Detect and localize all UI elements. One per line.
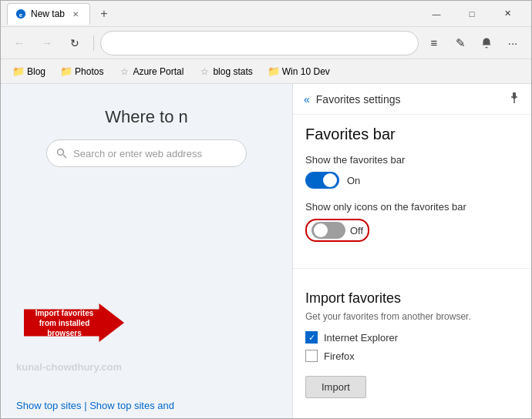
pin-icon bbox=[508, 92, 520, 104]
fav-label-blog: Blog bbox=[27, 66, 45, 77]
ie-label: Internet Explorer bbox=[324, 332, 398, 344]
firefox-label: Firefox bbox=[324, 350, 355, 362]
show-bar-toggle-row: On bbox=[305, 172, 519, 189]
show-top-sites-and-link[interactable]: Show top sites and bbox=[89, 400, 174, 411]
import-section: Import favorites Get your favorites from… bbox=[293, 280, 531, 409]
watermark: kunal-chowdhury.com bbox=[16, 361, 122, 373]
import-title: Import favorites bbox=[305, 290, 519, 307]
fav-label-blogstats: blog stats bbox=[213, 66, 252, 77]
fav-item-blog[interactable]: 📁 Blog bbox=[7, 64, 52, 79]
fav-item-azure[interactable]: ☆ Azure Portal bbox=[113, 64, 190, 79]
svg-line-3 bbox=[63, 155, 66, 158]
section-title: Favorites bar bbox=[305, 126, 519, 143]
window-controls: — □ ✕ bbox=[419, 1, 525, 27]
tab-area: e New tab ✕ + bbox=[7, 3, 419, 25]
minimize-button[interactable]: — bbox=[419, 1, 454, 27]
svg-point-2 bbox=[58, 149, 64, 156]
bell-icon[interactable] bbox=[474, 31, 499, 55]
firefox-checkbox-row: Firefox bbox=[305, 350, 519, 362]
folder-icon: 📁 bbox=[13, 66, 24, 77]
show-icons-state: Off bbox=[350, 225, 363, 236]
fav-label-photos: Photos bbox=[75, 66, 103, 77]
show-favorites-bar-setting: Show the favorites bar On bbox=[305, 154, 519, 189]
fav-label-win10: Win 10 Dev bbox=[282, 66, 330, 77]
show-icons-toggle[interactable] bbox=[311, 222, 345, 239]
maximize-button[interactable]: □ bbox=[454, 1, 490, 27]
ie-checkbox-row: Internet Explorer bbox=[305, 331, 519, 344]
import-button[interactable]: Import bbox=[305, 376, 366, 398]
arrow-text: Import favorites from installed browsers bbox=[24, 303, 105, 342]
bottom-links: Show top sites | Show top sites and bbox=[16, 400, 174, 411]
show-top-sites-link[interactable]: Show top sites bbox=[16, 400, 82, 411]
show-icons-setting: Show only icons on the favorites bar Off bbox=[305, 201, 519, 242]
page-title: Where to n bbox=[105, 107, 188, 127]
show-bar-label: Show the favorites bar bbox=[305, 154, 519, 166]
tab-close-button[interactable]: ✕ bbox=[69, 8, 82, 20]
firefox-checkbox[interactable] bbox=[305, 350, 318, 362]
back-button[interactable]: ← bbox=[7, 31, 32, 55]
show-icons-label: Show only icons on the favorites bar bbox=[305, 201, 519, 213]
star-icon-azure: ☆ bbox=[119, 66, 130, 77]
browser-content: Where to n Search or enter web address I… bbox=[1, 84, 292, 419]
show-icons-toggle-circle: Off bbox=[305, 219, 369, 242]
import-desc: Get your favorites from another browser. bbox=[305, 311, 519, 322]
search-box[interactable]: Search or enter web address bbox=[46, 139, 247, 167]
fav-label-azure: Azure Portal bbox=[133, 66, 184, 77]
forward-button[interactable]: → bbox=[35, 31, 59, 55]
fav-item-photos[interactable]: 📁 Photos bbox=[55, 64, 109, 79]
fav-item-blogstats[interactable]: ☆ blog stats bbox=[193, 64, 258, 79]
nav-bar: ← → ↻ ≡ ✎ ··· bbox=[1, 27, 531, 59]
pen-icon[interactable]: ✎ bbox=[448, 31, 473, 55]
folder-icon-photos: 📁 bbox=[61, 66, 72, 77]
address-bar[interactable] bbox=[100, 31, 419, 55]
nav-separator bbox=[93, 35, 94, 51]
settings-panel: « Favorites settings Favorites bar Show … bbox=[292, 84, 531, 419]
panel-favorites-bar-section: Favorites bar Show the favorites bar On … bbox=[293, 115, 531, 265]
panel-title: Favorites settings bbox=[316, 93, 401, 106]
svg-text:e: e bbox=[19, 12, 23, 18]
svg-rect-4 bbox=[513, 92, 516, 99]
title-bar: e New tab ✕ + — □ ✕ bbox=[1, 1, 531, 27]
fav-item-win10[interactable]: 📁 Win 10 Dev bbox=[262, 64, 336, 79]
panel-header: « Favorites settings bbox=[293, 84, 531, 115]
toolbar-icons: ≡ ✎ ··· bbox=[422, 31, 525, 55]
tab-title: New tab bbox=[31, 8, 65, 19]
tab-favicon: e bbox=[15, 8, 26, 19]
new-tab-button[interactable]: + bbox=[93, 3, 115, 25]
close-button[interactable]: ✕ bbox=[490, 1, 525, 27]
arrow-annotation: Import favorites from installed browsers bbox=[24, 303, 124, 342]
toggle-thumb-on bbox=[323, 173, 337, 187]
search-icon bbox=[56, 148, 67, 159]
folder-icon-win10: 📁 bbox=[268, 66, 279, 77]
show-icons-toggle-row: Off bbox=[305, 219, 519, 242]
search-placeholder: Search or enter web address bbox=[73, 148, 202, 159]
panel-pin-button[interactable] bbox=[508, 92, 520, 106]
panel-back-button[interactable]: « bbox=[304, 93, 310, 106]
import-arrow: Import favorites from installed browsers bbox=[24, 303, 124, 342]
active-tab[interactable]: e New tab ✕ bbox=[7, 3, 90, 25]
toggle-thumb-off bbox=[314, 223, 328, 237]
refresh-button[interactable]: ↻ bbox=[62, 31, 87, 55]
hamburger-icon[interactable]: ≡ bbox=[422, 31, 446, 55]
bell-svg bbox=[480, 37, 493, 49]
show-bar-state: On bbox=[347, 175, 360, 186]
star-icon-blog: ☆ bbox=[199, 66, 210, 77]
favorites-bar: 📁 Blog 📁 Photos ☆ Azure Portal ☆ blog st… bbox=[1, 59, 531, 84]
more-button[interactable]: ··· bbox=[500, 31, 525, 55]
show-bar-toggle[interactable] bbox=[305, 172, 339, 189]
main-area: Where to n Search or enter web address I… bbox=[1, 84, 531, 419]
panel-divider bbox=[293, 268, 531, 269]
ie-checkbox[interactable] bbox=[305, 331, 318, 344]
panel-header-left: « Favorites settings bbox=[304, 93, 401, 106]
